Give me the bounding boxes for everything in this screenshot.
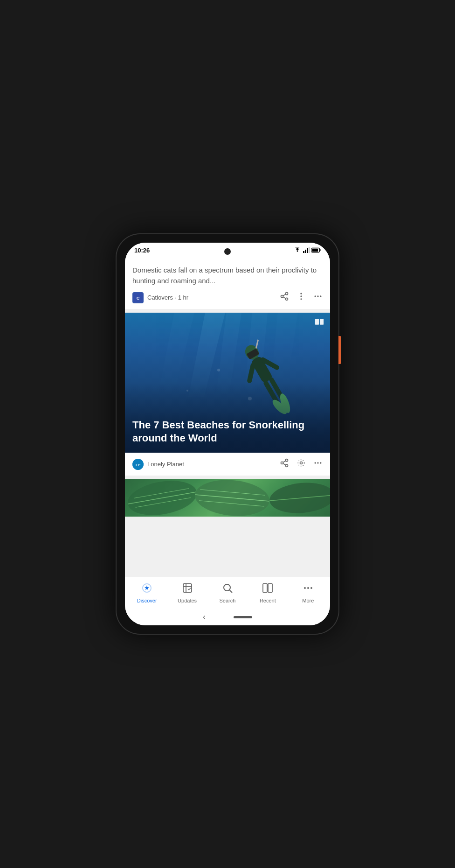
card-actions — [280, 292, 323, 303]
search-nav-icon — [222, 582, 233, 596]
lp-source-name: Lonely Planet — [147, 461, 184, 468]
lp-card-actions — [280, 458, 323, 470]
nav-recent[interactable]: Recent — [254, 581, 282, 605]
svg-rect-3 — [309, 247, 310, 253]
svg-point-47 — [317, 462, 318, 463]
svg-line-42 — [283, 463, 286, 465]
svg-point-40 — [281, 462, 283, 464]
svg-rect-6 — [312, 249, 318, 252]
article-description: Domestic cats fall on a spectrum based o… — [132, 265, 323, 286]
status-time: 10:26 — [134, 247, 150, 254]
leaf-pattern-svg — [125, 479, 330, 517]
lp-card-footer-wrapper: LP Lonely Planet — [125, 453, 330, 476]
svg-rect-5 — [320, 249, 321, 252]
phone-screen: 10:26 — [125, 243, 330, 625]
nav-search[interactable]: Search — [214, 581, 241, 605]
article-image: The 7 Best Beaches for Snorkelling aroun… — [125, 313, 330, 453]
home-bar[interactable] — [234, 616, 252, 618]
source-info: C Catlovers · 1 hr — [132, 292, 188, 303]
wifi-icon — [294, 247, 301, 253]
svg-point-14 — [300, 293, 302, 294]
svg-rect-1 — [305, 250, 306, 253]
svg-point-48 — [320, 462, 321, 463]
lp-logo: LP — [132, 459, 144, 470]
lp-more-icon[interactable] — [313, 458, 323, 470]
source-logo: C — [132, 292, 144, 303]
bottom-nav: Discover Updates — [125, 577, 330, 609]
bookmark-icon[interactable] — [314, 318, 324, 331]
svg-point-11 — [286, 298, 288, 300]
more-options-icon[interactable] — [313, 292, 323, 303]
lp-share-icon[interactable] — [280, 458, 289, 470]
svg-point-68 — [310, 587, 312, 589]
battery-icon — [311, 247, 321, 253]
svg-point-18 — [317, 295, 318, 297]
discover-label: Discover — [137, 598, 157, 603]
svg-point-62 — [224, 584, 230, 591]
svg-point-44 — [300, 462, 303, 464]
svg-line-13 — [283, 294, 286, 295]
svg-line-63 — [229, 590, 232, 593]
svg-point-9 — [286, 293, 288, 295]
lp-pin-icon[interactable] — [296, 458, 306, 470]
svg-rect-0 — [303, 251, 304, 253]
signal-icon — [303, 247, 310, 253]
recent-icon — [262, 582, 273, 596]
svg-point-19 — [320, 295, 321, 297]
recent-label: Recent — [260, 598, 276, 603]
nav-more[interactable]: More — [294, 581, 322, 605]
svg-rect-36 — [320, 319, 324, 325]
lp-card-footer: LP Lonely Planet — [132, 458, 323, 470]
cat-article-card: Domestic cats fall on a spectrum based o… — [125, 258, 330, 309]
article-image-title: The 7 Best Beaches for Snorkelling aroun… — [132, 419, 323, 445]
svg-rect-64 — [263, 584, 267, 592]
time-separator: · — [175, 294, 178, 301]
svg-point-16 — [300, 298, 302, 300]
svg-point-15 — [300, 295, 302, 297]
back-button[interactable]: ‹ — [203, 613, 205, 621]
more-label: More — [302, 598, 314, 603]
source-name: Catlovers · 1 hr — [147, 294, 188, 301]
svg-point-10 — [281, 295, 283, 298]
phone-outer: 10:26 — [116, 233, 339, 635]
updates-label: Updates — [178, 598, 197, 603]
discover-icon — [141, 582, 152, 596]
svg-rect-2 — [307, 248, 308, 253]
share-icon[interactable] — [280, 292, 289, 303]
beach-article-card: The 7 Best Beaches for Snorkelling aroun… — [125, 313, 330, 476]
nav-discover[interactable]: Discover — [133, 581, 161, 605]
nav-updates[interactable]: Updates — [173, 581, 201, 605]
svg-point-41 — [286, 464, 288, 467]
card-footer: C Catlovers · 1 hr — [132, 292, 323, 303]
leaf-article-card — [125, 479, 330, 517]
camera — [224, 248, 231, 255]
updates-icon — [182, 582, 193, 596]
power-button — [338, 336, 341, 364]
search-label: Search — [220, 598, 236, 603]
svg-rect-35 — [315, 319, 319, 325]
bubble — [217, 369, 220, 371]
svg-line-12 — [283, 297, 286, 298]
svg-text:C: C — [137, 296, 140, 301]
dot-menu-icon[interactable] — [296, 292, 306, 303]
system-nav: ‹ — [125, 609, 330, 625]
lp-source-info: LP Lonely Planet — [132, 459, 184, 470]
svg-text:LP: LP — [136, 463, 141, 467]
svg-rect-65 — [268, 584, 272, 592]
svg-point-45 — [298, 460, 304, 466]
leaf-image — [125, 479, 330, 517]
content-area[interactable]: Domestic cats fall on a spectrum based o… — [125, 258, 330, 577]
svg-point-39 — [286, 459, 288, 462]
status-icons — [294, 247, 321, 253]
svg-point-17 — [315, 295, 316, 297]
underwater-image: The 7 Best Beaches for Snorkelling aroun… — [125, 313, 330, 453]
svg-line-43 — [283, 461, 286, 462]
svg-point-67 — [307, 587, 309, 589]
svg-point-46 — [315, 462, 316, 463]
svg-point-66 — [304, 587, 306, 589]
more-nav-icon — [303, 582, 314, 596]
